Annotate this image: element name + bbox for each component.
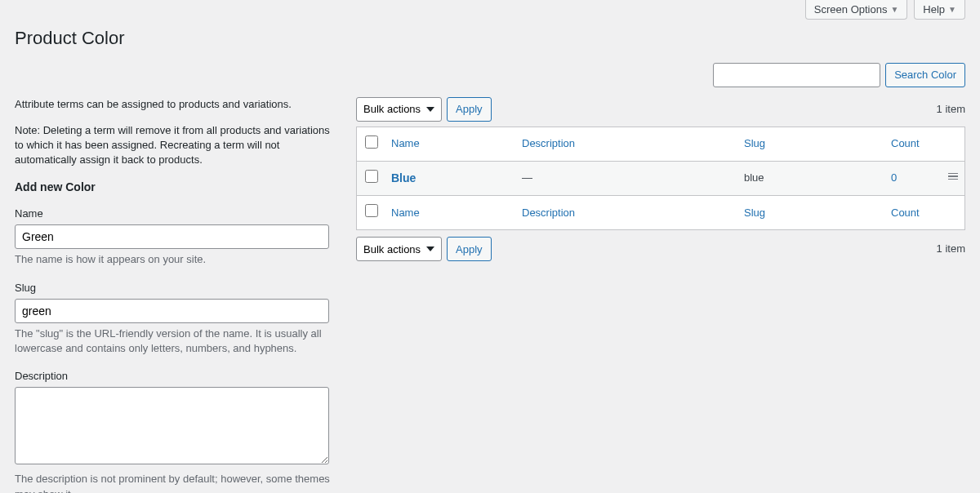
name-help: The name is how it appears on your site. [15, 252, 341, 267]
bulk-actions-select-top[interactable]: Bulk actions [356, 97, 442, 122]
apply-button-bottom[interactable]: Apply [447, 237, 492, 261]
bulk-actions-select-bottom[interactable]: Bulk actions [356, 237, 442, 261]
term-description: — [515, 161, 737, 195]
chevron-down-icon: ▼ [948, 5, 956, 14]
search-input[interactable] [713, 63, 880, 87]
screen-options-label: Screen Options [814, 3, 888, 16]
slug-label: Slug [15, 281, 341, 295]
select-all-top[interactable] [365, 135, 378, 149]
description-label: Description [15, 369, 341, 384]
name-label: Name [15, 207, 341, 221]
slug-input[interactable] [15, 299, 329, 323]
col-name-foot[interactable]: Name [391, 207, 420, 219]
col-description-foot[interactable]: Description [522, 207, 575, 219]
col-description[interactable]: Description [522, 137, 575, 149]
apply-button-top[interactable]: Apply [447, 97, 492, 122]
col-count[interactable]: Count [891, 137, 920, 149]
add-new-heading: Add new Color [15, 180, 341, 196]
page-title: Product Color [15, 26, 965, 51]
slug-help: The "slug" is the URL-friendly version o… [15, 326, 341, 356]
item-count-bottom: 1 item [937, 242, 965, 256]
help-label: Help [923, 3, 945, 16]
description-help: The description is not prominent by defa… [15, 472, 341, 493]
table-row: Blue — blue 0 [357, 161, 965, 195]
term-count-link[interactable]: 0 [891, 171, 897, 184]
term-slug: blue [737, 161, 884, 195]
description-textarea[interactable] [15, 387, 329, 464]
drag-handle-icon[interactable] [948, 171, 958, 182]
col-slug[interactable]: Slug [744, 137, 765, 149]
intro-text: Attribute terms can be assigned to produ… [15, 97, 341, 112]
select-all-bottom[interactable] [365, 204, 378, 217]
name-input[interactable] [15, 224, 329, 249]
col-count-foot[interactable]: Count [891, 207, 920, 219]
search-button[interactable]: Search Color [885, 63, 965, 87]
terms-table: Name Description Slug Count Blue — blue … [356, 127, 965, 231]
chevron-down-icon: ▼ [890, 5, 898, 14]
col-name[interactable]: Name [391, 137, 420, 149]
note-text: Note: Deleting a term will remove it fro… [15, 123, 341, 168]
row-checkbox[interactable] [365, 170, 378, 183]
item-count-top: 1 item [937, 102, 965, 117]
term-name-link[interactable]: Blue [391, 171, 416, 184]
help-button[interactable]: Help ▼ [914, 0, 965, 20]
col-slug-foot[interactable]: Slug [744, 207, 765, 219]
screen-options-button[interactable]: Screen Options ▼ [805, 0, 908, 20]
